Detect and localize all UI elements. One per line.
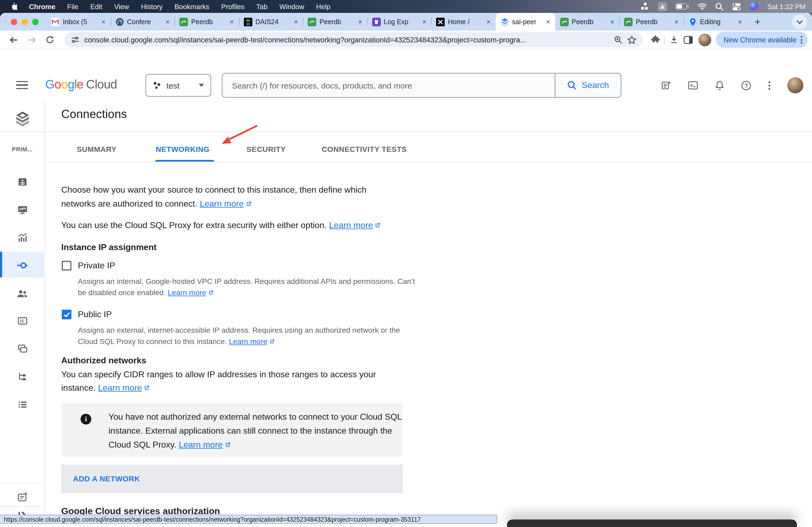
sidebar-item-system-insights[interactable] — [0, 204, 45, 216]
add-network-button[interactable]: ADD A NETWORK — [61, 465, 403, 493]
new-tab-button[interactable]: + — [747, 13, 768, 31]
learn-more-link[interactable]: Learn more — [200, 199, 252, 208]
stats-menu-icon[interactable] — [641, 2, 650, 11]
menu-item-history[interactable]: History — [141, 2, 163, 11]
sidebar-item-backups[interactable] — [0, 342, 45, 355]
private-ip-checkbox[interactable] — [62, 261, 71, 270]
extensions-icon[interactable] — [648, 32, 662, 47]
url-text[interactable]: console.cloud.google.com/sql/instances/s… — [84, 36, 609, 44]
pip-window-edge[interactable] — [507, 520, 797, 527]
tab-inbox[interactable]: Inbox (5× — [46, 13, 110, 31]
spotlight-search-icon[interactable] — [715, 2, 724, 11]
close-tab-icon[interactable]: × — [230, 18, 234, 26]
address-bar[interactable]: console.cloud.google.com/sql/instances/s… — [64, 32, 643, 47]
tab-peerdb-4[interactable]: Peerdb× — [619, 13, 683, 31]
menu-item-edit[interactable]: Edit — [90, 2, 102, 11]
sidebar-item-release-notes[interactable] — [0, 491, 45, 503]
close-tab-icon[interactable]: × — [487, 18, 491, 26]
tab-editing[interactable]: Editing× — [683, 13, 747, 31]
databases-icon — [16, 315, 28, 327]
tab-search-button[interactable] — [792, 14, 807, 29]
console-search-button[interactable]: Search — [555, 74, 621, 97]
close-tab-icon[interactable]: × — [738, 18, 742, 26]
learn-more-link[interactable]: Learn more — [178, 440, 231, 449]
tab-x-home[interactable]: Home /× — [431, 13, 495, 31]
console-search-input[interactable] — [222, 74, 555, 97]
close-tab-icon[interactable]: × — [422, 18, 426, 26]
menubar-clock[interactable]: Sat 1:22 PM — [767, 2, 806, 11]
tab-conference[interactable]: Confere× — [110, 13, 175, 31]
tab-sai-peerdb-active[interactable]: sai-peer× — [495, 13, 555, 31]
close-tab-icon[interactable]: × — [166, 18, 170, 26]
close-window-button[interactable] — [11, 18, 17, 25]
menu-item-help[interactable]: Help — [316, 2, 331, 11]
tab-summary[interactable]: SUMMARY — [77, 145, 117, 153]
browser-profile-avatar[interactable] — [698, 33, 712, 46]
reload-button[interactable] — [41, 32, 59, 47]
menu-item-window[interactable]: Window — [279, 2, 305, 11]
more-options-kebab-icon[interactable] — [768, 81, 771, 90]
connections-icon[interactable] — [0, 259, 45, 272]
wifi-icon[interactable] — [698, 3, 707, 10]
tab-log-explorer[interactable]: Log Exp× — [367, 13, 431, 31]
close-tab-icon[interactable]: × — [546, 18, 550, 26]
close-tab-icon[interactable]: × — [610, 18, 614, 26]
forward-button[interactable] — [23, 32, 41, 47]
google-cloud-logo[interactable]: GoogleCloud — [45, 77, 117, 92]
zoom-window-button[interactable] — [32, 18, 39, 25]
update-chrome-button[interactable]: New Chrome available — [716, 32, 808, 48]
menu-item-tab[interactable]: Tab — [257, 2, 268, 11]
minimize-window-button[interactable] — [21, 18, 28, 25]
menu-item-profiles[interactable]: Profiles — [221, 2, 245, 11]
help-icon[interactable]: ? — [741, 80, 751, 90]
cloud-shell-icon[interactable] — [688, 80, 698, 90]
sidebar-item-operations[interactable] — [0, 398, 45, 411]
learn-more-link[interactable]: Learn more — [168, 288, 214, 297]
project-picker[interactable]: test — [146, 74, 211, 96]
zoom-page-icon[interactable] — [614, 35, 622, 44]
notifications-bell-icon[interactable] — [715, 80, 724, 90]
hamburger-menu[interactable] — [16, 81, 28, 89]
control-center-icon[interactable] — [732, 2, 741, 11]
tab-peerdb-1[interactable]: Peerdb× — [175, 13, 239, 31]
sidebar-item-users[interactable] — [0, 287, 45, 299]
tab-peerdb-3[interactable]: Peerdb× — [555, 13, 619, 31]
svg-text:DA: DA — [246, 19, 250, 22]
private-ip-label: Private IP — [78, 261, 115, 270]
menu-item-view[interactable]: View — [114, 2, 129, 11]
close-tab-icon[interactable]: × — [358, 18, 362, 26]
close-tab-icon[interactable]: × — [102, 18, 105, 26]
back-button[interactable] — [4, 32, 23, 47]
external-link-icon — [144, 385, 150, 391]
tab-dais24[interactable]: DAIS DAIS24× — [239, 13, 303, 31]
learn-more-link[interactable]: Learn more — [229, 337, 275, 346]
learn-more-link[interactable]: Learn more — [329, 221, 381, 230]
cloud-sql-favicon — [500, 17, 509, 26]
menu-item-bookmarks[interactable]: Bookmarks — [175, 2, 209, 11]
close-tab-icon[interactable]: × — [294, 18, 298, 26]
kebab-menu-icon[interactable] — [801, 36, 802, 44]
siri-icon[interactable] — [750, 2, 758, 11]
account-avatar[interactable] — [787, 77, 803, 93]
sidebar-item-overview[interactable] — [0, 176, 45, 189]
tab-connectivity-tests[interactable]: CONNECTIVITY TESTS — [322, 145, 407, 153]
menubar-app-icon[interactable] — [658, 2, 667, 11]
sidebar-item-replicas[interactable] — [0, 370, 45, 383]
learn-more-link[interactable]: Learn more — [98, 383, 150, 392]
side-panel-icon[interactable] — [681, 32, 695, 47]
public-ip-checkbox[interactable] — [62, 310, 71, 319]
battery-icon[interactable] — [676, 3, 689, 10]
bookmark-star-icon[interactable] — [627, 35, 636, 44]
close-tab-icon[interactable]: × — [675, 18, 679, 26]
sidebar-item-query-insights[interactable] — [0, 231, 45, 244]
menu-item-chrome[interactable]: Chrome — [29, 2, 55, 11]
menu-item-file[interactable]: File — [67, 2, 78, 11]
downloads-icon[interactable] — [667, 32, 681, 47]
info-banner: i You have not authorized any external n… — [61, 403, 403, 457]
sidebar-item-databases[interactable] — [0, 315, 45, 327]
tab-peerdb-2[interactable]: Peerdb× — [303, 13, 367, 31]
assistant-notes-icon[interactable] — [661, 80, 671, 90]
apple-menu[interactable] — [10, 2, 17, 11]
tab-networking[interactable]: NETWORKING — [156, 145, 209, 153]
site-settings-icon[interactable] — [71, 35, 79, 44]
